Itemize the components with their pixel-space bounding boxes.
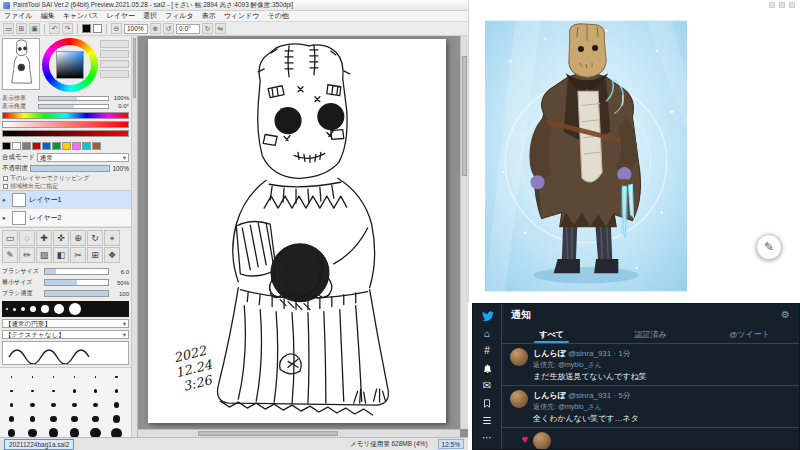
notification-item[interactable]: しんらぼ @sinra_931 · 1分返信先: @myblo_さんまだ生放送見… <box>502 344 799 386</box>
notification-item[interactable]: しんらぼ @sinra_931 · 5分返信先: @myblo_さん全くわかんな… <box>502 386 799 428</box>
layer-row[interactable]: ●レイヤー2 <box>0 209 131 227</box>
brush-size-option[interactable] <box>22 426 43 437</box>
swatch[interactable] <box>12 142 21 150</box>
brush-size-option[interactable] <box>85 426 106 437</box>
undo-icon[interactable]: ↶ <box>49 23 60 34</box>
brush-shape-dropdown[interactable]: 【通常の円形】 ▾ <box>2 319 129 328</box>
brush-tool-icon[interactable]: ▨ <box>36 247 52 263</box>
swatch[interactable] <box>52 142 61 150</box>
new-file-icon[interactable]: ▭ <box>3 23 14 34</box>
swatch[interactable] <box>32 142 41 150</box>
brush-size-option[interactable] <box>64 370 85 384</box>
notifications-bell-icon[interactable] <box>482 363 493 374</box>
brush-size-option[interactable] <box>106 412 127 426</box>
brush-size-option[interactable] <box>64 412 85 426</box>
brush-size-option[interactable] <box>64 398 85 412</box>
color-mode-button[interactable] <box>100 60 129 68</box>
canvas-vertical-scrollbar[interactable] <box>460 36 468 429</box>
view-zoom-slider[interactable] <box>38 96 109 101</box>
bookmark-icon[interactable] <box>482 398 492 409</box>
menu-item[interactable]: ウィンドウ <box>220 11 264 21</box>
explore-icon[interactable]: # <box>484 346 490 356</box>
panel-scrollbar[interactable] <box>131 36 138 437</box>
brush-tip-option[interactable] <box>21 307 25 311</box>
brush-size-option[interactable] <box>22 384 43 398</box>
color-wheel[interactable] <box>42 38 98 92</box>
swatch[interactable] <box>22 142 31 150</box>
rotate-ccw-icon[interactable]: ↺ <box>163 23 174 34</box>
color-mode-button[interactable] <box>100 40 129 48</box>
brush-size-option[interactable] <box>1 398 22 412</box>
rotate-tool-icon[interactable]: ↻ <box>87 230 103 246</box>
brush-size-option[interactable] <box>106 426 127 437</box>
avatar[interactable] <box>510 348 528 366</box>
brush-size-option[interactable] <box>85 384 106 398</box>
lists-icon[interactable]: ☰ <box>483 416 492 426</box>
zoom-tool-icon[interactable]: ⊕ <box>70 230 86 246</box>
swatch[interactable] <box>82 142 91 150</box>
notifications-tab[interactable]: すべて <box>502 325 601 343</box>
notification-like-partial[interactable]: ♥ <box>502 428 799 449</box>
navigator-thumbnail[interactable] <box>2 38 40 90</box>
magic-wand-tool-icon[interactable]: ✚ <box>36 230 52 246</box>
brush-tip-option[interactable] <box>6 308 8 310</box>
value-slider[interactable] <box>2 130 129 137</box>
brush-size-option[interactable] <box>64 384 85 398</box>
brush-size-option[interactable] <box>1 426 22 437</box>
brush-size-option[interactable] <box>106 398 127 412</box>
picker-tool-icon[interactable]: ⌖ <box>104 230 120 246</box>
swatch[interactable] <box>92 142 101 150</box>
saturation-slider[interactable] <box>2 121 129 128</box>
brush-texture-dropdown[interactable]: 【テクスチャなし】 ▾ <box>2 330 129 339</box>
brush-tip-option[interactable] <box>30 306 36 312</box>
brush-tip-option[interactable] <box>54 304 64 314</box>
pencil-tool-icon[interactable]: ✏ <box>19 247 35 263</box>
blend-mode-dropdown[interactable]: 通常 ▾ <box>37 153 129 162</box>
flip-icon[interactable]: ⇋ <box>215 23 226 34</box>
lasso-tool-icon[interactable]: ◌ <box>19 230 35 246</box>
open-file-icon[interactable]: ⊞ <box>16 23 27 34</box>
deco-tool-icon[interactable]: ❖ <box>104 247 120 263</box>
opacity-slider[interactable] <box>30 165 110 172</box>
brush-tip-option[interactable] <box>41 305 49 313</box>
saturation-value-square[interactable] <box>56 51 84 79</box>
angle-field[interactable]: 0.0° <box>176 24 200 34</box>
brush-size-option[interactable] <box>106 370 127 384</box>
color-mode-button[interactable] <box>100 50 129 58</box>
menu-item[interactable]: ファイル <box>0 11 37 21</box>
primary-color-swatch[interactable] <box>82 24 91 33</box>
brush-density-slider[interactable] <box>44 290 109 297</box>
secondary-color-swatch[interactable] <box>93 24 102 33</box>
swatch[interactable] <box>42 142 51 150</box>
min-size-slider[interactable] <box>44 279 109 286</box>
color-mode-button[interactable] <box>100 70 129 78</box>
brush-size-option[interactable] <box>22 398 43 412</box>
messages-icon[interactable]: ✉ <box>483 381 491 391</box>
brush-size-option[interactable] <box>22 412 43 426</box>
home-icon[interactable]: ⌂ <box>484 329 490 339</box>
eraser-tool-icon[interactable]: ◧ <box>53 247 69 263</box>
menu-item[interactable]: フィルタ <box>161 11 198 21</box>
canvas-horizontal-scrollbar[interactable] <box>138 429 460 437</box>
zoom-out-icon[interactable]: ⊖ <box>111 23 122 34</box>
notifications-tab[interactable]: 認証済み <box>601 325 700 343</box>
view-angle-slider[interactable] <box>38 104 109 109</box>
menu-item[interactable]: その他 <box>263 11 292 21</box>
avatar[interactable] <box>533 432 551 449</box>
menu-item[interactable]: レイヤー <box>102 11 139 21</box>
more-icon[interactable]: ⋯ <box>482 433 492 443</box>
layer-visibility-icon[interactable]: ● <box>2 197 9 203</box>
menu-item[interactable]: 表示 <box>198 11 220 21</box>
layer-row[interactable]: ●レイヤー1 <box>0 191 131 209</box>
brush-tip-option[interactable] <box>69 303 81 315</box>
zoom-in-icon[interactable]: ⊕ <box>150 23 161 34</box>
twitter-logo-icon[interactable] <box>481 309 494 322</box>
brush-test-area[interactable] <box>2 341 129 365</box>
brush-size-option[interactable] <box>43 398 64 412</box>
brush-size-option[interactable] <box>43 412 64 426</box>
brush-size-option[interactable] <box>1 384 22 398</box>
brush-tip-option[interactable] <box>13 308 16 311</box>
viewer-tool-icon[interactable] <box>789 2 795 8</box>
paint-titlebar[interactable]: PaintTool SAI Ver.2 (64bit) Preview.2021… <box>0 0 468 11</box>
brush-size-option[interactable] <box>1 412 22 426</box>
